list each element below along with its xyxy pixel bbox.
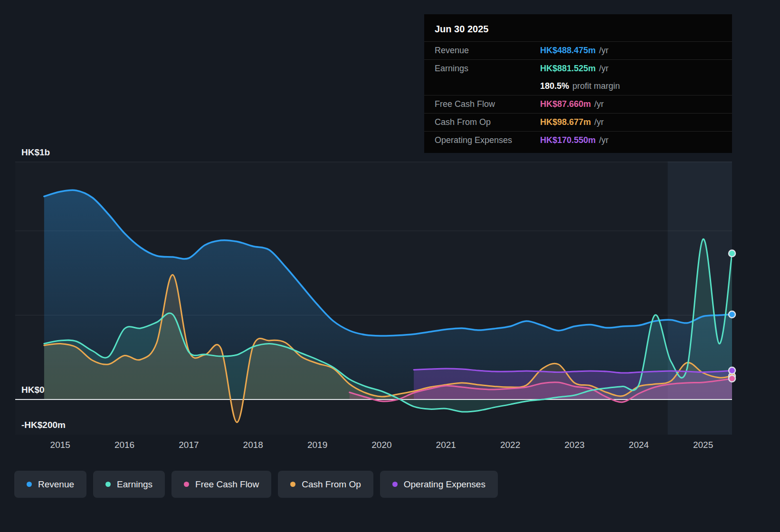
- legend-item[interactable]: Free Cash Flow: [171, 471, 271, 498]
- x-axis-label: 2019: [307, 440, 327, 450]
- tooltip-row-label: Earnings: [435, 64, 540, 74]
- legend-series-dot-icon: [105, 482, 111, 487]
- legend-series-dot-icon: [184, 482, 189, 487]
- tooltip-row-value: HK$98.677m/yr: [540, 117, 722, 127]
- x-axis-label: 2025: [693, 440, 713, 450]
- chart-plot-area[interactable]: [0, 142, 780, 446]
- series-end-marker-operating-expenses: [729, 367, 735, 374]
- tooltip-row: Free Cash Flow HK$87.660m/yr: [424, 95, 732, 113]
- tooltip-row-suffix: /yr: [599, 46, 609, 55]
- legend-item-label: Operating Expenses: [404, 479, 485, 490]
- tooltip-row-value: HK$881.525m/yr: [540, 64, 722, 74]
- legend-item-label: Earnings: [117, 479, 152, 490]
- chart-legend: Revenue Earnings Free Cash Flow Cash Fro…: [14, 471, 498, 498]
- tooltip-row: Earnings HK$881.525m/yr: [424, 59, 732, 77]
- legend-item[interactable]: Earnings: [93, 471, 165, 498]
- x-axis-label: 2015: [50, 440, 70, 450]
- x-axis-label: 2020: [371, 440, 391, 450]
- x-axis-label: 2021: [436, 440, 456, 450]
- legend-item-label: Cash From Op: [302, 479, 361, 490]
- legend-series-dot-icon: [27, 482, 32, 487]
- tooltip-row-value: 180.5%profit margin: [540, 81, 722, 91]
- tooltip-row-value: HK$87.660m/yr: [540, 99, 722, 109]
- tooltip-row-suffix: /yr: [594, 117, 604, 127]
- tooltip-date: Jun 30 2025: [424, 19, 732, 41]
- legend-item-label: Revenue: [38, 479, 74, 490]
- tooltip-row-suffix: /yr: [594, 99, 604, 109]
- series-end-marker-revenue: [729, 311, 735, 318]
- tooltip-row-label: Operating Expenses: [435, 135, 540, 145]
- tooltip-row-suffix: profit margin: [572, 81, 620, 91]
- tooltip-row-suffix: /yr: [599, 135, 609, 145]
- legend-item[interactable]: Operating Expenses: [380, 471, 498, 498]
- chart-tooltip: Jun 30 2025 Revenue HK$488.475m/yr Earni…: [424, 14, 732, 153]
- tooltip-row-suffix: /yr: [599, 64, 609, 73]
- tooltip-rows: Revenue HK$488.475m/yr Earnings HK$881.5…: [424, 41, 732, 149]
- x-axis-label: 2024: [629, 440, 649, 450]
- tooltip-row: Cash From Op HK$98.677m/yr: [424, 113, 732, 131]
- tooltip-row-label: Cash From Op: [435, 117, 540, 127]
- tooltip-row-value: HK$488.475m/yr: [540, 46, 722, 56]
- tooltip-row-value: HK$170.550m/yr: [540, 135, 722, 145]
- x-axis-label: 2017: [179, 440, 199, 450]
- series-end-marker-free-cash-flow: [729, 375, 735, 382]
- x-axis-label: 2023: [564, 440, 584, 450]
- financial-history-chart-page: Jun 30 2025 Revenue HK$488.475m/yr Earni…: [0, 0, 780, 532]
- x-axis-label: 2022: [500, 440, 520, 450]
- legend-item[interactable]: Cash From Op: [278, 471, 373, 498]
- legend-series-dot-icon: [392, 482, 398, 487]
- tooltip-row-label: Free Cash Flow: [435, 99, 540, 109]
- x-axis-label: 2018: [243, 440, 263, 450]
- x-axis-label: 2016: [114, 440, 134, 450]
- series-end-marker-earnings: [729, 250, 735, 257]
- legend-item[interactable]: Revenue: [14, 471, 86, 498]
- legend-series-dot-icon: [290, 482, 295, 487]
- legend-item-label: Free Cash Flow: [195, 479, 259, 490]
- tooltip-row: 180.5%profit margin: [424, 77, 732, 95]
- tooltip-row: Operating Expenses HK$170.550m/yr: [424, 131, 732, 149]
- tooltip-row-label: Revenue: [435, 46, 540, 56]
- tooltip-row: Revenue HK$488.475m/yr: [424, 41, 732, 59]
